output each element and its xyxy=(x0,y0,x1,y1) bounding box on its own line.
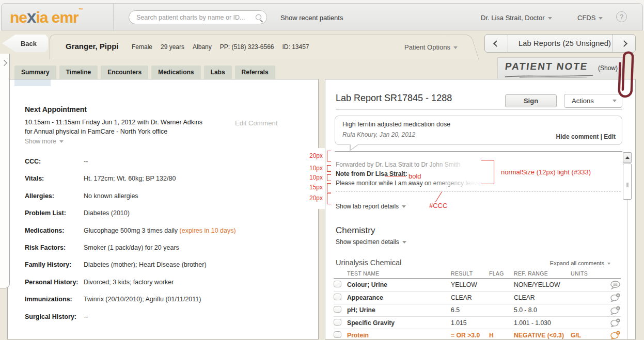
patient-demographic-item: ID: 13457 xyxy=(282,43,309,51)
help-icon[interactable]: ? xyxy=(616,11,627,22)
bubble-tail-fill xyxy=(351,144,358,150)
patient-demographic-item: 29 years xyxy=(161,43,184,51)
tab-label: Summary xyxy=(21,69,50,76)
show-lab-details-link[interactable]: Show lab report details xyxy=(336,203,406,210)
field-label: Surgical History: xyxy=(25,313,84,328)
side-drawer-handle[interactable] xyxy=(0,54,10,288)
cell-ref-range: NONE/YELLOW xyxy=(514,281,571,288)
chart-tab[interactable]: Labs xyxy=(204,66,232,79)
cell-comment xyxy=(606,331,621,339)
field-label: Medications: xyxy=(25,227,84,242)
chevron-down-icon xyxy=(402,241,406,244)
appointment-detail-line1: 10:15am - 11:15am Friday Jun 1, 2012 wit… xyxy=(25,119,202,126)
add-comment-icon[interactable] xyxy=(610,331,621,339)
show-specimen-label: Show specimen details xyxy=(336,238,399,246)
chevron-right-icon[interactable] xyxy=(1,60,7,66)
show-specimen-link[interactable]: Show specimen details xyxy=(336,238,406,246)
cell-comment xyxy=(606,306,621,315)
lab-report-title: Lab Report SR17845 - 1288 xyxy=(336,93,452,104)
search-input[interactable] xyxy=(136,14,253,21)
edit-comment-link[interactable]: Edit Comment xyxy=(235,119,277,127)
column-header-test-name: TEST NAME xyxy=(347,270,451,277)
chart-tab[interactable]: Timeline xyxy=(59,66,98,79)
cell-result: YELLOW xyxy=(451,281,489,288)
chevron-down-icon xyxy=(599,17,603,20)
add-comment-icon[interactable] xyxy=(610,306,621,315)
row-checkbox-cell xyxy=(334,294,347,302)
field-alert-text: (expires in 10 days) xyxy=(180,227,236,234)
logo-text: ne xyxy=(10,9,27,26)
chart-tab[interactable]: Summary xyxy=(14,66,56,79)
add-comment-icon[interactable] xyxy=(610,293,621,302)
expand-all-label: Expand all comments xyxy=(550,260,604,266)
patient-options-label: Patient Options xyxy=(404,43,450,51)
chevron-down-icon xyxy=(548,17,552,20)
cell-test-name: Specific Gravity xyxy=(347,319,451,327)
show-recent-patients-link[interactable]: Show recent patients xyxy=(280,14,343,22)
field-value: Divorced; 3 kids; factory worker xyxy=(84,279,306,294)
search-box[interactable] xyxy=(129,10,267,24)
cell-result: = OR >3.0 xyxy=(451,332,489,339)
previous-report-button[interactable] xyxy=(485,35,508,52)
patient-demographic-item: PP: (518) 323-6566 xyxy=(220,43,274,51)
pager-label[interactable]: Lab Reports (25 Unsigned) xyxy=(508,35,612,52)
edit-comment-link[interactable]: Edit xyxy=(604,133,616,140)
row-checkbox[interactable] xyxy=(334,319,341,326)
field-value-text: Diabetes (mother); Heart Disease (brothe… xyxy=(84,261,207,268)
field-value: -- xyxy=(84,313,306,328)
row-checkbox-cell xyxy=(334,306,347,314)
summary-field-row: Allergies: No known allergies xyxy=(25,190,306,207)
title-divider xyxy=(336,109,622,109)
chevron-down-icon xyxy=(607,263,610,265)
row-checkbox[interactable] xyxy=(334,306,341,313)
row-checkbox[interactable] xyxy=(334,331,341,338)
add-comment-icon[interactable] xyxy=(610,318,621,327)
patient-demographic-item: Albany xyxy=(193,43,212,51)
table-row: Colour; Urine YELLOW NONE/YELLOW xyxy=(334,279,621,291)
comment-actions: Hide comment | Edit xyxy=(556,133,616,140)
row-checkbox[interactable] xyxy=(334,294,341,300)
lab-report-panel: Lab Report SR17845 - 1288 Sign Actions H… xyxy=(325,79,636,339)
chart-tab[interactable]: Referrals xyxy=(235,66,275,79)
paperclip-icon xyxy=(617,46,636,100)
field-value-text: Twinrix (20/10/2010); Agriflu (01/11/201… xyxy=(84,296,201,303)
user-menu[interactable]: Dr. Lisa Strait, Doctor xyxy=(481,14,552,22)
field-value-text: Smoker (1 pack/day) for 20 years xyxy=(84,244,179,251)
summary-field-row: Family History: Diabetes (mother); Heart… xyxy=(25,259,306,276)
expand-all-comments-link[interactable]: Expand all comments xyxy=(550,260,610,266)
field-value: Diabetes (mother); Heart Disease (brothe… xyxy=(84,261,306,276)
actions-label: Actions xyxy=(572,97,594,105)
patient-options-menu[interactable]: Patient Options xyxy=(404,43,458,51)
cell-ref-range: CLEAR xyxy=(514,294,571,301)
row-checkbox[interactable] xyxy=(334,281,341,287)
summary-field-row: Problem List: Diabetes (2010) xyxy=(25,207,306,224)
chevron-down-icon xyxy=(59,140,64,143)
show-patient-note-link[interactable]: (Show) xyxy=(598,64,618,72)
comment-author: Rula Khoury, Jan 20, 2012 xyxy=(342,131,415,138)
summary-field-row: Risk Factors: Smoker (1 pack/day) for 20… xyxy=(25,242,306,259)
field-value-text: Diabetes (2010) xyxy=(84,209,130,217)
user-menu-label: Dr. Lisa Strait, Doctor xyxy=(481,14,545,22)
chevron-left-icon xyxy=(493,40,500,47)
top-header: nexia emr™ Show recent patients Dr. Lisa… xyxy=(1,3,643,30)
scrollbar-thumb[interactable] xyxy=(623,164,632,200)
view-comment-icon[interactable] xyxy=(610,281,621,289)
chart-tab[interactable]: Medications xyxy=(151,66,200,79)
actions-dropdown[interactable]: Actions xyxy=(564,94,622,108)
cell-ref-range: NEGATIVE (<0.3) xyxy=(514,332,571,339)
scroll-up-button[interactable] xyxy=(623,152,632,163)
show-more-label: Show more xyxy=(25,138,56,145)
org-menu[interactable]: CFDS xyxy=(577,14,603,22)
show-more-link[interactable]: Show more xyxy=(25,138,64,145)
cell-result: 1.015 xyxy=(451,319,489,327)
chart-tab[interactable]: Encounters xyxy=(101,66,148,79)
cell-comment xyxy=(606,293,621,302)
scrollbar-track[interactable] xyxy=(627,200,627,340)
sign-button[interactable]: Sign xyxy=(505,94,557,107)
cell-flag: H xyxy=(489,332,514,339)
tab-label: Referrals xyxy=(242,69,269,76)
field-value-text: Glucophage 500mg 3 times daily xyxy=(84,227,178,234)
hide-comment-link[interactable]: Hide comment xyxy=(556,133,599,140)
table-row: Protein = OR >3.0 H NEGATIVE (<0.3) G/L xyxy=(334,329,621,340)
search-icon[interactable] xyxy=(256,14,261,20)
